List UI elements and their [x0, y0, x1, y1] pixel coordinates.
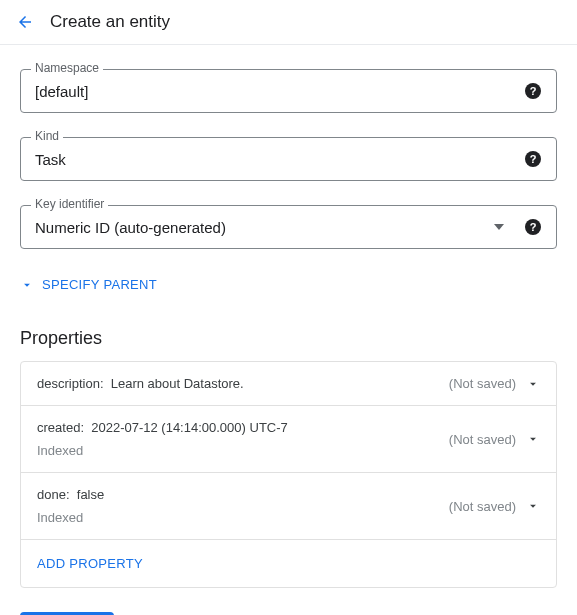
- property-summary: created: 2022-07-12 (14:14:00.000) UTC-7: [37, 420, 449, 435]
- not-saved-badge: (Not saved): [449, 499, 516, 514]
- property-row[interactable]: done: false Indexed (Not saved): [21, 473, 556, 540]
- not-saved-badge: (Not saved): [449, 376, 516, 391]
- back-arrow-icon[interactable]: [16, 13, 34, 31]
- help-icon[interactable]: ?: [524, 82, 542, 100]
- kind-field[interactable]: Kind ?: [20, 137, 557, 181]
- specify-parent-toggle[interactable]: SPECIFY PARENT: [20, 277, 557, 292]
- namespace-label: Namespace: [31, 61, 103, 75]
- key-identifier-label: Key identifier: [31, 197, 108, 211]
- properties-list: description: Learn about Datastore. (Not…: [20, 361, 557, 588]
- kind-input[interactable]: [35, 151, 516, 168]
- help-icon[interactable]: ?: [524, 218, 542, 236]
- properties-heading: Properties: [20, 328, 557, 349]
- namespace-input[interactable]: [35, 83, 516, 100]
- chevron-down-icon: [20, 278, 34, 292]
- not-saved-badge: (Not saved): [449, 432, 516, 447]
- page-title: Create an entity: [50, 12, 170, 32]
- property-row[interactable]: description: Learn about Datastore. (Not…: [21, 362, 556, 406]
- chevron-down-icon[interactable]: [526, 499, 540, 513]
- content-area: Namespace ? Kind ? Key identifier Numeri…: [0, 69, 577, 615]
- indexed-label: Indexed: [37, 510, 449, 525]
- chevron-down-icon[interactable]: [526, 432, 540, 446]
- page-header: Create an entity: [0, 0, 577, 45]
- key-identifier-field[interactable]: Key identifier Numeric ID (auto-generate…: [20, 205, 557, 249]
- indexed-label: Indexed: [37, 443, 449, 458]
- add-property-button[interactable]: ADD PROPERTY: [21, 540, 556, 587]
- chevron-down-icon[interactable]: [526, 377, 540, 391]
- namespace-field[interactable]: Namespace ?: [20, 69, 557, 113]
- property-summary: done: false: [37, 487, 449, 502]
- property-summary: description: Learn about Datastore.: [37, 376, 449, 391]
- caret-down-icon: [494, 222, 504, 232]
- property-row[interactable]: created: 2022-07-12 (14:14:00.000) UTC-7…: [21, 406, 556, 473]
- help-icon[interactable]: ?: [524, 150, 542, 168]
- specify-parent-label: SPECIFY PARENT: [42, 277, 157, 292]
- kind-label: Kind: [31, 129, 63, 143]
- key-identifier-value: Numeric ID (auto-generated): [35, 219, 494, 236]
